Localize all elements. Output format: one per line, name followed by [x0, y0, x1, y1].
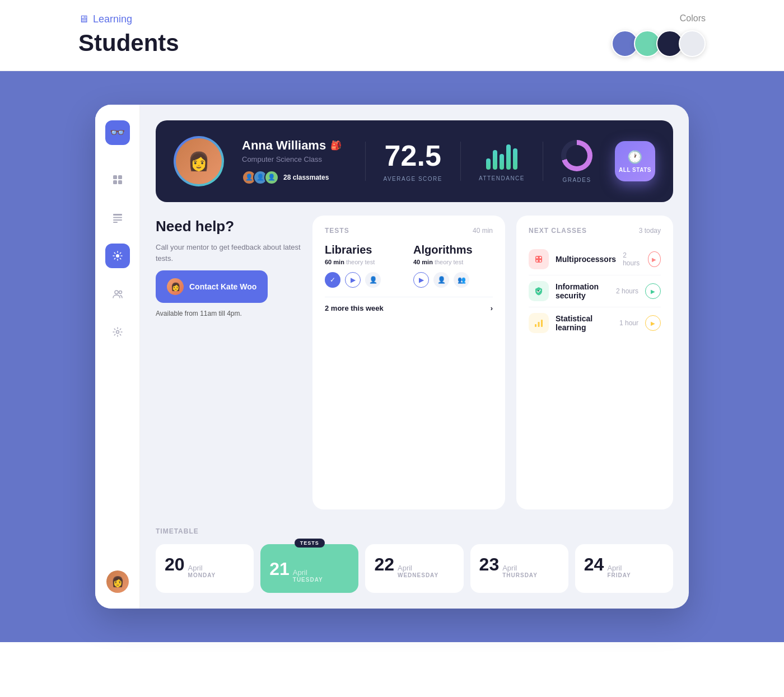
play-security[interactable]: ▶ [645, 283, 661, 299]
check-button[interactable]: ✓ [325, 272, 340, 288]
contact-button[interactable]: 👩 Contact Kate Woo [156, 270, 268, 303]
brand-label: Learning [93, 13, 132, 25]
all-stats-button[interactable]: 🕐 ALL STATS [615, 141, 655, 181]
sidebar-item-dashboard[interactable] [105, 244, 130, 268]
hero-banner: 👩 Anna Williams 🎒 Computer Science Class… [156, 120, 673, 202]
brand-icon: 🖥 [78, 13, 88, 25]
statistical-icon [533, 317, 544, 329]
group-button-algorithms[interactable]: 👥 [454, 272, 469, 288]
svg-point-10 [119, 291, 122, 294]
dashboard-card: 👓 [95, 105, 689, 609]
sidebar-item-settings[interactable] [105, 320, 130, 344]
svg-point-9 [115, 291, 118, 294]
hero-divider-2 [460, 142, 461, 181]
hero-divider-1 [365, 142, 366, 181]
day-number-20: 20 April MONDAY [165, 554, 245, 578]
student-avatar-wrap: 👩 [174, 136, 224, 186]
top-header: 🖥 Learning Students Colors [0, 0, 784, 71]
settings-icon [112, 326, 123, 338]
svg-rect-0 [113, 175, 117, 179]
available-text: Available from 11am till 4pm. [156, 310, 301, 317]
play-button-algorithms[interactable]: ▶ [413, 272, 429, 288]
lower-grid: Need help? Call your mentor to get feedb… [156, 216, 673, 509]
sidebar-item-grid[interactable] [105, 167, 130, 192]
day-wednesday[interactable]: 22 April WEDNESDAY [365, 544, 463, 593]
sidebar-item-table[interactable] [105, 205, 130, 230]
play-multiprocessors[interactable]: ▶ [648, 251, 661, 267]
svg-rect-17 [535, 324, 536, 327]
help-title: Need help? [156, 218, 301, 235]
attendance-label: ATTENDANCE [479, 175, 525, 181]
svg-point-13 [536, 257, 538, 259]
class-icon-statistical [529, 313, 549, 333]
svg-rect-7 [113, 222, 118, 223]
svg-point-8 [116, 254, 119, 258]
timetable-grid: 20 April MONDAY TESTS 21 April [156, 544, 673, 593]
attendance-bars [486, 142, 517, 170]
glasses-icon: 👓 [110, 125, 125, 140]
brand-area: 🖥 Learning Students [78, 13, 179, 57]
day-tuesday[interactable]: TESTS 21 April TUESDAY [260, 544, 358, 593]
tests-row: Libraries 60 min theory test ✓ ▶ 👤 [325, 244, 493, 288]
test-libraries-actions: ✓ ▶ 👤 [325, 272, 404, 288]
swatch-light[interactable] [679, 30, 706, 57]
user-button-libraries[interactable]: 👤 [365, 272, 381, 288]
abar-3 [500, 154, 504, 170]
svg-point-16 [540, 260, 542, 262]
day-friday[interactable]: 24 April FRIDAY [575, 544, 673, 593]
sidebar: 👓 [95, 105, 140, 609]
student-avatar-circle: 👩 [174, 136, 224, 186]
day-thursday[interactable]: 23 April THURSDAY [470, 544, 568, 593]
svg-rect-4 [113, 214, 122, 216]
tests-badge: TESTS [295, 539, 325, 548]
avg-score-number: 72.5 [385, 141, 441, 170]
svg-point-11 [116, 331, 119, 334]
classes-meta: 3 today [639, 227, 661, 235]
user-avatar[interactable]: 👩 [106, 570, 129, 593]
day-number-24: 24 April FRIDAY [584, 554, 664, 578]
svg-rect-2 [113, 180, 117, 184]
play-button-libraries[interactable]: ▶ [345, 272, 361, 288]
classmates-row: 👤 👤 👤 28 classmates [242, 170, 347, 185]
contact-avatar: 👩 [167, 278, 184, 295]
next-classes-card: NEXT CLASSES 3 today [516, 216, 673, 509]
users-icon [112, 288, 123, 300]
more-tests-link[interactable]: 2 more this week › [325, 297, 493, 312]
dayname-monday: MONDAY [188, 572, 216, 578]
student-name: Anna Williams 🎒 [242, 138, 347, 153]
user-button-algorithms[interactable]: 👤 [433, 272, 449, 288]
grid-icon [112, 174, 123, 185]
class-statistical-learning: Statistical learning 1 hour ▶ [529, 307, 661, 339]
help-card: Need help? Call your mentor to get feedb… [156, 216, 301, 509]
dayname-wednesday: WEDNESDAY [398, 572, 438, 578]
fire-icon: 🎒 [330, 140, 342, 151]
day-number-22: 22 April WEDNESDAY [374, 554, 454, 578]
brand-row: 🖥 Learning [78, 13, 179, 25]
tests-meta: 40 min [473, 227, 493, 235]
class-multiprocessors-duration: 2 hours [623, 251, 641, 267]
abar-2 [493, 150, 497, 170]
attendance-stat: ATTENDANCE [479, 142, 525, 181]
classes-header: NEXT CLASSES 3 today [529, 227, 661, 235]
play-statistical[interactable]: ▶ [645, 315, 661, 331]
classes-title: NEXT CLASSES [529, 227, 587, 235]
svg-rect-5 [113, 217, 122, 218]
abar-1 [486, 158, 491, 170]
contact-label: Contact Kate Woo [189, 282, 256, 291]
chevron-right-icon: › [491, 304, 493, 312]
sidebar-item-users[interactable] [105, 282, 130, 306]
main-content: 👩 Anna Williams 🎒 Computer Science Class… [140, 105, 689, 609]
dayname-tuesday: TUESDAY [293, 577, 323, 583]
month-thursday: April [502, 564, 538, 572]
test-libraries: Libraries 60 min theory test ✓ ▶ 👤 [325, 244, 404, 288]
student-info: Anna Williams 🎒 Computer Science Class 👤… [242, 138, 347, 185]
multiprocessors-icon [533, 254, 544, 265]
svg-rect-12 [535, 256, 542, 263]
day-monday[interactable]: 20 April MONDAY [156, 544, 254, 593]
month-wednesday: April [398, 564, 438, 572]
classmate-avatars: 👤 👤 👤 [242, 170, 279, 185]
month-monday: April [188, 564, 216, 572]
tests-header: TESTS 40 min [325, 227, 493, 235]
class-information-security: Information security 2 hours ▶ [529, 275, 661, 307]
svg-rect-1 [118, 175, 122, 179]
